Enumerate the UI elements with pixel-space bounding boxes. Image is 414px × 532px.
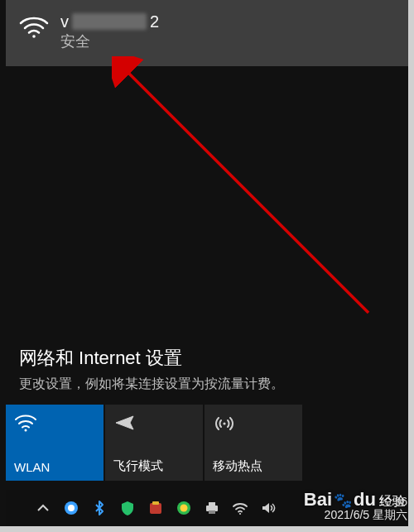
wifi-network-item[interactable]: v 2 安全 [6, 0, 408, 66]
network-list-empty-area [6, 66, 408, 346]
wifi-name: v 2 [60, 12, 159, 31]
svg-point-0 [32, 35, 36, 38]
network-flyout-panel: v 2 安全 网络和 Internet 设置 更改设置，例如将某连接设置为按流量… [6, 0, 408, 526]
wifi-text: v 2 安全 [60, 12, 159, 51]
svg-rect-6 [152, 501, 159, 505]
network-settings-subtitle: 更改设置，例如将某连接设置为按流量计费。 [19, 376, 395, 393]
tile-wlan-label: WLAN [14, 460, 95, 474]
wifi-name-prefix: v [60, 12, 69, 31]
watermark-brand-left: Bai [304, 489, 332, 510]
svg-rect-11 [209, 510, 215, 514]
svg-rect-9 [206, 506, 218, 511]
tray-shield-icon[interactable] [118, 499, 137, 517]
svg-point-4 [68, 505, 75, 511]
tray-volume-icon[interactable] [259, 499, 277, 517]
svg-point-2 [223, 422, 225, 424]
wifi-icon [19, 15, 49, 38]
svg-point-8 [181, 505, 188, 512]
hotspot-icon [213, 413, 294, 433]
tile-airplane-mode[interactable]: 飞行模式 [105, 405, 203, 481]
tile-airplane-label: 飞行模式 [113, 458, 195, 474]
svg-rect-10 [209, 502, 215, 506]
tray-browser-icon[interactable] [62, 499, 80, 517]
wifi-icon [14, 413, 95, 433]
tray-app-icon[interactable] [147, 499, 165, 517]
watermark-brand-right: du [354, 489, 376, 510]
wifi-name-suffix: 2 [150, 12, 159, 31]
network-settings-link[interactable]: 网络和 Internet 设置 [19, 346, 395, 371]
tray-360-icon[interactable] [175, 499, 193, 517]
svg-point-1 [25, 429, 27, 432]
quick-action-tiles: WLAN 飞行模式 移动热点 [6, 405, 408, 481]
network-settings-section: 网络和 Internet 设置 更改设置，例如将某连接设置为按流量计费。 [6, 346, 408, 393]
tile-wlan[interactable]: WLAN [6, 405, 104, 481]
wifi-security-label: 安全 [60, 31, 159, 51]
watermark-sub: 经验 [379, 493, 406, 510]
tray-wifi-icon[interactable] [231, 499, 249, 517]
tile-mobile-hotspot[interactable]: 移动热点 [205, 405, 302, 481]
tile-hotspot-label: 移动热点 [213, 458, 294, 474]
tray-bluetooth-icon[interactable] [90, 499, 108, 517]
tray-chevron-up-icon[interactable] [34, 499, 52, 517]
tray-printer-icon[interactable] [203, 499, 221, 517]
wifi-name-redacted [72, 13, 147, 30]
system-tray [34, 499, 277, 517]
airplane-icon [113, 413, 195, 433]
watermark: Bai 🐾 du 经验 [304, 489, 406, 510]
svg-point-12 [239, 513, 241, 515]
